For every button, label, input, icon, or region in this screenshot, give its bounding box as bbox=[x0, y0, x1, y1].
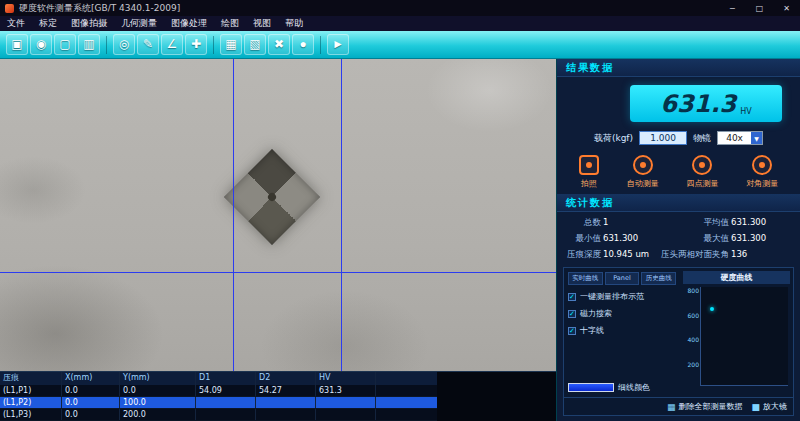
image-icon[interactable]: ▧ bbox=[244, 34, 266, 55]
measurement-table: 压痕 X(mm) Y(mm) D1 D2 HV (L1,P1) 0.0 0.0 … bbox=[0, 372, 437, 421]
menu-calibration[interactable]: 标定 bbox=[32, 16, 64, 31]
results-section-header: 结果数据 bbox=[557, 59, 800, 77]
objective-dropdown[interactable]: 40x ▼ bbox=[717, 131, 763, 145]
cell-x: 0.0 bbox=[62, 409, 120, 420]
option-magnetic-search[interactable]: ✓ 磁力搜索 bbox=[568, 308, 676, 319]
save-image-icon[interactable]: ▣ bbox=[6, 34, 28, 55]
stat-angle-label: 压头两相对面夹角 bbox=[661, 249, 729, 261]
curve-title: 硬度曲线 bbox=[683, 271, 790, 284]
app-icon bbox=[5, 4, 14, 13]
menu-file[interactable]: 文件 bbox=[0, 16, 32, 31]
magnifier-toggle[interactable]: ■ 放大镜 bbox=[751, 401, 787, 412]
line-color-row: 细线颜色 bbox=[568, 382, 676, 393]
four-point-measure-button[interactable]: 四点测量 bbox=[686, 155, 718, 189]
angle-measure-icon[interactable]: ∠ bbox=[161, 34, 183, 55]
tab-live-curve[interactable]: 实时曲线 bbox=[568, 272, 603, 285]
line-color-label: 细线颜色 bbox=[618, 382, 650, 393]
cell-d1: 54.09 bbox=[196, 385, 256, 396]
curve-panel-footer: ▦ 删除全部测量数据 ■ 放大镜 bbox=[564, 397, 793, 415]
cell-hv: 631.3 bbox=[316, 385, 376, 396]
record-icon[interactable]: ● bbox=[292, 34, 314, 55]
measure-line-vertical-right[interactable] bbox=[341, 59, 342, 371]
maximize-button[interactable]: □ bbox=[746, 0, 773, 16]
stat-max-value: 631.300 bbox=[731, 233, 792, 245]
cell-y: 200.0 bbox=[120, 409, 196, 420]
auto-measure-button[interactable]: 自动测量 bbox=[627, 155, 659, 189]
menu-geometry-measure[interactable]: 几何测量 bbox=[114, 16, 164, 31]
measure-line-vertical-left[interactable] bbox=[233, 59, 234, 371]
button-label: 拍照 bbox=[581, 178, 597, 189]
table-row[interactable]: (L1,P3) 0.0 200.0 bbox=[0, 409, 437, 421]
grid-icon[interactable]: ▦ bbox=[220, 34, 242, 55]
option-label: 磁力搜索 bbox=[580, 308, 612, 319]
col-hv: HV bbox=[316, 372, 376, 385]
stat-depth-value: 10.945 um bbox=[603, 249, 659, 261]
minimize-button[interactable]: ─ bbox=[719, 0, 746, 16]
close-button[interactable]: ✕ bbox=[773, 0, 800, 16]
hardness-curve-chart: 800 600 400 200 bbox=[700, 287, 788, 386]
vickers-indentation bbox=[224, 149, 320, 245]
load-label: 载荷(kgf) bbox=[594, 132, 633, 145]
table-row[interactable]: (L1,P1) 0.0 0.0 54.09 54.27 631.3 bbox=[0, 385, 437, 397]
measurement-table-zone: 压痕 X(mm) Y(mm) D1 D2 HV (L1,P1) 0.0 0.0 … bbox=[0, 371, 556, 421]
stat-angle-value: 136 bbox=[731, 249, 792, 261]
tools-icon[interactable]: ✚ bbox=[185, 34, 207, 55]
menu-help[interactable]: 帮助 bbox=[278, 16, 310, 31]
delete-all-data-button[interactable]: ▦ 删除全部测量数据 bbox=[667, 401, 743, 412]
col-indent: 压痕 bbox=[0, 372, 62, 385]
objective-value: 40x bbox=[718, 132, 751, 144]
delete-all-label: 删除全部测量数据 bbox=[678, 401, 742, 412]
live-view-icon[interactable]: ▢ bbox=[54, 34, 76, 55]
stat-max-label: 最大值 bbox=[661, 233, 729, 245]
cell-filler bbox=[376, 385, 437, 396]
menu-drawing[interactable]: 绘图 bbox=[214, 16, 246, 31]
left-column: 压痕 X(mm) Y(mm) D1 D2 HV (L1,P1) 0.0 0.0 … bbox=[0, 59, 556, 421]
toolbar-separator bbox=[213, 36, 214, 54]
magnifier-checkbox-icon: ■ bbox=[751, 402, 760, 412]
menu-image-capture[interactable]: 图像拍摄 bbox=[64, 16, 114, 31]
menu-view[interactable]: 视图 bbox=[246, 16, 278, 31]
objective-label: 物镜 bbox=[693, 132, 711, 145]
stat-min-value: 631.300 bbox=[603, 233, 659, 245]
grid-delete-icon: ▦ bbox=[667, 402, 676, 412]
stat-min-label: 最小值 bbox=[565, 233, 601, 245]
curve-tabs: 实时曲线 Panel 历史曲线 bbox=[568, 272, 676, 285]
option-crosshair[interactable]: ✓ 十字线 bbox=[568, 325, 676, 336]
button-label: 四点测量 bbox=[686, 178, 718, 189]
cell-d2 bbox=[256, 409, 316, 420]
col-x: X(mm) bbox=[62, 372, 120, 385]
delete-icon[interactable]: ✖ bbox=[268, 34, 290, 55]
measure-edit-icon[interactable]: ✎ bbox=[137, 34, 159, 55]
capture-icon[interactable]: ◉ bbox=[30, 34, 52, 55]
curve-options-column: 实时曲线 Panel 历史曲线 ✓ 一键测量排布示范 ✓ 磁力搜索 bbox=[564, 268, 680, 397]
target-icon[interactable]: ◎ bbox=[113, 34, 135, 55]
tab-history-curve[interactable]: 历史曲线 bbox=[641, 272, 676, 285]
four-point-icon bbox=[692, 155, 712, 175]
cell-y: 0.0 bbox=[120, 385, 196, 396]
tab-panel[interactable]: Panel bbox=[605, 272, 640, 285]
measure-line-horizontal[interactable] bbox=[0, 272, 556, 273]
col-filler bbox=[376, 372, 437, 385]
toolbar-separator bbox=[106, 36, 107, 54]
microscope-image-viewport[interactable] bbox=[0, 59, 556, 371]
line-color-swatch[interactable] bbox=[568, 383, 614, 392]
load-input[interactable] bbox=[639, 131, 687, 145]
export-run-icon[interactable]: ► bbox=[327, 34, 349, 55]
curve-data-point bbox=[710, 307, 714, 311]
app-window: 硬度软件测量系统[GB/T 4340.1-2009] ─ □ ✕ 文件 标定 图… bbox=[0, 0, 800, 421]
statistics-section-header: 统计数据 bbox=[557, 194, 800, 212]
diagonal-measure-button[interactable]: 对角测量 bbox=[746, 155, 778, 189]
main-area: 压痕 X(mm) Y(mm) D1 D2 HV (L1,P1) 0.0 0.0 … bbox=[0, 59, 800, 421]
titlebar: 硬度软件测量系统[GB/T 4340.1-2009] ─ □ ✕ bbox=[0, 0, 800, 16]
table-row-selected[interactable]: (L1,P2) 0.0 100.0 bbox=[0, 397, 437, 409]
col-d1: D1 bbox=[196, 372, 256, 385]
stat-mean-value: 631.300 bbox=[731, 217, 792, 229]
menu-image-processing[interactable]: 图像处理 bbox=[164, 16, 214, 31]
print-icon[interactable]: ▥ bbox=[78, 34, 100, 55]
cell-filler bbox=[376, 409, 437, 420]
cell-indent: (L1,P3) bbox=[0, 409, 62, 420]
right-panel: 结果数据 631.3 HV 载荷(kgf) 物镜 40x ▼ 拍照 bbox=[556, 59, 800, 421]
capture-photo-button[interactable]: 拍照 bbox=[579, 155, 599, 189]
option-one-key-layout[interactable]: ✓ 一键测量排布示范 bbox=[568, 291, 676, 302]
checkbox-icon: ✓ bbox=[568, 293, 576, 301]
